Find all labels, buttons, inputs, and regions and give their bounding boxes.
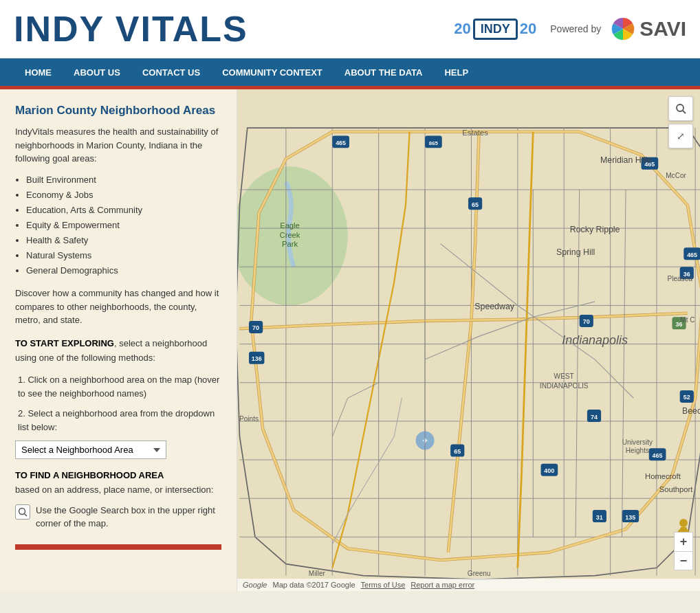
- map-copyright: Map data ©2017 Google: [272, 581, 355, 589]
- svg-text:McCor: McCor: [666, 172, 686, 179]
- site-header: INDY VITALS 20 INDY 20 Powered by SAVI: [0, 0, 700, 58]
- svg-text:74: 74: [591, 414, 598, 421]
- svg-text:Miller: Miller: [309, 570, 326, 577]
- svg-text:Greenu: Greenu: [468, 570, 491, 577]
- report-link[interactable]: Report a map error: [411, 581, 474, 589]
- zoom-in-button[interactable]: +: [674, 532, 693, 551]
- svg-text:Indianapolis: Indianapolis: [562, 333, 628, 347]
- svg-text:70: 70: [583, 318, 590, 325]
- svg-text:Spring Hill: Spring Hill: [556, 247, 595, 257]
- nav-contact[interactable]: CONTACT US: [131, 58, 211, 86]
- sidebar: Marion County Neighborhood Areas IndyVit…: [0, 89, 237, 591]
- svg-point-92: [679, 519, 688, 527]
- zoom-out-button[interactable]: −: [674, 551, 693, 570]
- map-svg: 465 465 465 65 65 70 70 136 36: [237, 89, 700, 591]
- svg-text:65: 65: [454, 448, 461, 455]
- svg-text:Southport: Southport: [659, 485, 694, 493]
- svg-text:465: 465: [336, 140, 346, 146]
- sidebar-start: TO START EXPLORING, select a neighborhoo…: [15, 337, 221, 366]
- header-right: 20 INDY 20 Powered by SAVI: [454, 16, 686, 41]
- svg-text:Meridian Hills: Meridian Hills: [600, 155, 651, 165]
- list-item: Equity & Empowerment: [26, 218, 221, 233]
- svg-text:70: 70: [252, 324, 259, 331]
- svg-point-1: [19, 508, 25, 514]
- neighborhood-dropdown[interactable]: Select a Neighborhood Area: [15, 441, 166, 459]
- svg-text:Heights: Heights: [626, 447, 649, 454]
- svg-text:INDIANAPOLIS: INDIANAPOLIS: [540, 382, 589, 390]
- badge-left-num: 20: [454, 20, 470, 38]
- nav-community[interactable]: COMMUNITY CONTEXT: [211, 58, 333, 86]
- list-item: Natural Systems: [26, 248, 221, 263]
- svg-text:400: 400: [544, 467, 554, 474]
- find-neighborhood-desc: based on an address, place name, or inte…: [15, 483, 221, 497]
- savi-logo: SAVI: [611, 16, 686, 41]
- start-label: TO START EXPLORING: [15, 338, 114, 348]
- sidebar-description: IndyVitals measures the health and susta…: [15, 125, 221, 166]
- svg-text:Mt C: Mt C: [680, 316, 694, 324]
- svg-text:Eagle: Eagle: [280, 221, 300, 230]
- svg-text:Park: Park: [282, 240, 298, 248]
- svg-point-90: [677, 104, 683, 111]
- main-content: Marion County Neighborhood Areas IndyVit…: [0, 89, 700, 591]
- svg-text:31: 31: [596, 514, 603, 521]
- step2: 2. Select a neighborhood area from the d…: [18, 407, 221, 434]
- sidebar-footer-bar: [15, 544, 221, 550]
- svg-text:865: 865: [429, 140, 439, 146]
- list-item: Health & Safety: [26, 233, 221, 248]
- svg-text:465: 465: [653, 452, 663, 459]
- search-hint-text: Use the Google Search box in the upper r…: [36, 504, 221, 531]
- map-controls: ⤢: [668, 96, 693, 148]
- search-icon: [15, 504, 30, 520]
- list-item: Built Environment: [26, 172, 221, 188]
- terms-link[interactable]: Terms of Use: [361, 581, 406, 589]
- nav-home[interactable]: HOME: [14, 58, 63, 86]
- svg-text:136: 136: [252, 355, 262, 362]
- svg-line-2: [25, 513, 28, 516]
- powered-by-label: Powered by: [550, 23, 601, 34]
- list-item: Education, Arts & Community: [26, 203, 221, 218]
- svg-text:WEST: WEST: [554, 372, 574, 380]
- svg-text:University: University: [622, 438, 653, 446]
- search-hint: Use the Google Search box in the upper r…: [15, 504, 221, 531]
- savi-text: SAVI: [639, 17, 686, 41]
- savi-wheel-icon: [611, 16, 635, 41]
- zoom-controls: + −: [674, 532, 693, 570]
- nav-about[interactable]: ABOUT US: [63, 58, 131, 86]
- sidebar-discover: Discover how a community has changed and…: [15, 287, 221, 327]
- svg-text:Homecroft: Homecroft: [645, 472, 681, 480]
- svg-text:Speedway: Speedway: [474, 302, 514, 311]
- search-icon-svg: [18, 507, 28, 517]
- badge-indy: INDY: [473, 19, 518, 40]
- svg-text:135: 135: [625, 514, 635, 521]
- svg-text:Beech Grove: Beech Grove: [682, 406, 700, 416]
- svg-line-91: [683, 111, 686, 113]
- list-item: Economy & Jobs: [26, 188, 221, 203]
- map-footer: Google Map data ©2017 Google Terms of Us…: [237, 579, 700, 591]
- svg-text:Estates: Estates: [462, 129, 488, 137]
- nav-help[interactable]: HELP: [433, 58, 479, 86]
- sidebar-list: Built Environment Economy & Jobs Educati…: [26, 172, 221, 279]
- map-search-icon: [675, 103, 686, 114]
- nav-data[interactable]: ABOUT THE DATA: [333, 58, 434, 86]
- svg-text:65: 65: [472, 201, 479, 208]
- sidebar-title: Marion County Neighborhood Areas: [15, 103, 221, 118]
- badge-right-num: 20: [520, 20, 536, 38]
- map-container[interactable]: 465 465 465 65 65 70 70 136 36: [237, 89, 700, 591]
- svg-text:52: 52: [683, 394, 690, 401]
- svg-text:465: 465: [687, 252, 697, 258]
- search-map-button[interactable]: [668, 96, 693, 121]
- svg-text:Pleasea: Pleasea: [667, 275, 692, 282]
- step1: 1. Click on a neighborhood area on the m…: [18, 373, 221, 400]
- svg-text:Creek: Creek: [280, 231, 300, 239]
- indy20-badge: 20 INDY 20: [454, 19, 536, 40]
- site-title: INDY VITALS: [14, 8, 248, 49]
- find-neighborhood-title: TO FIND A NEIGHBORHOOD AREA: [15, 470, 221, 480]
- navbar: HOME ABOUT US CONTACT US COMMUNITY CONTE…: [0, 58, 700, 86]
- fullscreen-button[interactable]: ⤢: [668, 124, 693, 148]
- svg-text:Points: Points: [239, 415, 259, 423]
- svg-text:Rocky Ripple: Rocky Ripple: [570, 225, 620, 234]
- list-item: General Demographics: [26, 263, 221, 278]
- google-logo: Google: [243, 581, 267, 589]
